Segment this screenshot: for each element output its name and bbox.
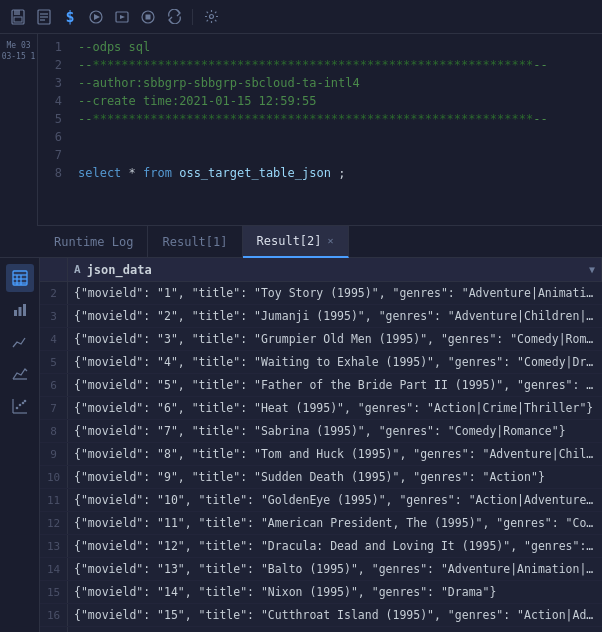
row-data-cell: {"movield": "1", "title": "Toy Story (19… (68, 282, 602, 304)
row-number: 7 (40, 397, 68, 419)
table-row: 9{"movield": "8", "title": "Tom and Huck… (40, 443, 602, 466)
row-num-header (40, 258, 68, 281)
svg-rect-20 (14, 310, 17, 316)
media-icon[interactable] (112, 7, 132, 27)
table-row: 8{"movield": "7", "title": "Sabrina (199… (40, 420, 602, 443)
gutter-label-top: Me 03 (6, 42, 30, 51)
scatter-icon[interactable] (6, 392, 34, 420)
row-data-cell: {"movield": "6", "title": "Heat (1995)",… (68, 397, 602, 419)
table-header: A json_data ▼ (40, 258, 602, 282)
row-number: 5 (40, 351, 68, 373)
table-container: A json_data ▼ 2{"movield": "1", "title":… (40, 258, 602, 632)
code-line-6 (78, 128, 594, 146)
row-data-cell: {"movield": "12", "title": "Dracula: Dea… (68, 535, 602, 557)
gutter-label-bottom: 03-15 1 (2, 53, 36, 62)
row-number: 13 (40, 535, 68, 557)
col-name: json_data (87, 263, 152, 277)
col-letter: A (74, 263, 81, 276)
table-row: 2{"movield": "1", "title": "Toy Story (1… (40, 282, 602, 305)
tab-result1[interactable]: Result[1] (148, 226, 242, 258)
row-number: 8 (40, 420, 68, 442)
row-data-cell: {"movield": "15", "title": "Cutthroat Is… (68, 604, 602, 626)
row-data-cell: {"movield": "14", "title": "Nixon (1995)… (68, 581, 602, 603)
table-view-icon[interactable] (6, 264, 34, 292)
toolbar-separator (192, 9, 193, 25)
code-line-5: --**************************************… (78, 110, 594, 128)
bottom-section: Runtime Log Result[1] Result[2] ✕ (0, 226, 602, 632)
code-line-2: --**************************************… (78, 56, 594, 74)
table-body[interactable]: 2{"movield": "1", "title": "Toy Story (1… (40, 282, 602, 632)
table-row: 16{"movield": "15", "title": "Cutthroat … (40, 604, 602, 627)
row-number: 15 (40, 581, 68, 603)
svg-rect-22 (23, 304, 26, 316)
table-row: 7{"movield": "6", "title": "Heat (1995)"… (40, 397, 602, 420)
row-number: 9 (40, 443, 68, 465)
code-line-8: select * from oss_target_table_json ; (78, 164, 594, 182)
line-chart-icon[interactable] (6, 328, 34, 356)
row-data-cell: {"movield": "7", "title": "Sabrina (1995… (68, 420, 602, 442)
row-number: 12 (40, 512, 68, 534)
row-data-cell: {"movield": "11", "title": "American Pre… (68, 512, 602, 534)
code-line-1: --odps sql (78, 38, 594, 56)
line-numbers: 1 2 3 4 5 6 7 8 (38, 34, 70, 225)
row-number: 6 (40, 374, 68, 396)
dropdown-icon[interactable]: ▼ (589, 264, 595, 275)
table-row: 11{"movield": "10", "title": "GoldenEye … (40, 489, 602, 512)
svg-rect-12 (146, 14, 151, 19)
row-number: 2 (40, 282, 68, 304)
tab-bar: Runtime Log Result[1] Result[2] ✕ (0, 226, 602, 258)
table-row: 17{"movield": "16", "title": "Casino (19… (40, 627, 602, 632)
code-line-4: --create time:2021-01-15 12:59:55 (78, 92, 594, 110)
table-row: 13{"movield": "12", "title": "Dracula: D… (40, 535, 602, 558)
table-row: 15{"movield": "14", "title": "Nixon (199… (40, 581, 602, 604)
row-number: 14 (40, 558, 68, 580)
bar-chart-icon[interactable] (6, 296, 34, 324)
svg-point-27 (18, 404, 21, 407)
row-data-cell: {"movield": "4", "title": "Waiting to Ex… (68, 351, 602, 373)
row-data-cell: {"movield": "16", "title": "Casino (1995… (68, 627, 602, 632)
svg-rect-2 (14, 17, 22, 22)
left-gutter: Me 03 03-15 1 (0, 34, 38, 226)
svg-rect-21 (18, 307, 21, 316)
row-data-cell: {"movield": "8", "title": "Tom and Huck … (68, 443, 602, 465)
dollar-icon[interactable]: $ (60, 7, 80, 27)
row-number: 16 (40, 604, 68, 626)
table-row: 3{"movield": "2", "title": "Jumanji (199… (40, 305, 602, 328)
svg-point-26 (15, 407, 18, 410)
row-data-cell: {"movield": "9", "title": "Sudden Death … (68, 466, 602, 488)
row-data-cell: {"movield": "13", "title": "Balto (1995)… (68, 558, 602, 580)
svg-marker-8 (94, 14, 100, 20)
row-data-cell: {"movield": "3", "title": "Grumpier Old … (68, 328, 602, 350)
tab-close-icon[interactable]: ✕ (328, 235, 334, 246)
tab-result2[interactable]: Result[2] ✕ (243, 226, 349, 258)
code-editor[interactable]: 1 2 3 4 5 6 7 8 --odps sql --***********… (38, 34, 602, 226)
row-number: 3 (40, 305, 68, 327)
code-content[interactable]: --odps sql --***************************… (70, 34, 602, 225)
editor-section: Me 03 03-15 1 1 2 3 4 5 6 7 8 --odps sql… (0, 34, 602, 226)
row-data-cell: {"movield": "2", "title": "Jumanji (1995… (68, 305, 602, 327)
table-row: 6{"movield": "5", "title": "Father of th… (40, 374, 602, 397)
save-icon[interactable] (8, 7, 28, 27)
refresh-icon[interactable] (164, 7, 184, 27)
svg-point-29 (23, 400, 26, 403)
area-chart-icon[interactable] (6, 360, 34, 388)
tab-runtime-log[interactable]: Runtime Log (40, 226, 148, 258)
file-icon[interactable] (34, 7, 54, 27)
svg-point-28 (21, 402, 24, 405)
svg-rect-1 (14, 10, 20, 15)
row-data-cell: {"movield": "5", "title": "Father of the… (68, 374, 602, 396)
stop-icon[interactable] (138, 7, 158, 27)
table-row: 10{"movield": "9", "title": "Sudden Deat… (40, 466, 602, 489)
table-row: 4{"movield": "3", "title": "Grumpier Old… (40, 328, 602, 351)
column-header-a: A json_data ▼ (68, 258, 602, 281)
row-number: 4 (40, 328, 68, 350)
play-circle-icon[interactable] (86, 7, 106, 27)
svg-point-13 (209, 15, 213, 19)
settings-icon[interactable] (201, 7, 221, 27)
row-number: 10 (40, 466, 68, 488)
results-area: A json_data ▼ 2{"movield": "1", "title":… (0, 258, 602, 632)
main-layout: $ (0, 0, 602, 632)
svg-marker-10 (120, 15, 125, 19)
row-data-cell: {"movield": "10", "title": "GoldenEye (1… (68, 489, 602, 511)
table-row: 12{"movield": "11", "title": "American P… (40, 512, 602, 535)
